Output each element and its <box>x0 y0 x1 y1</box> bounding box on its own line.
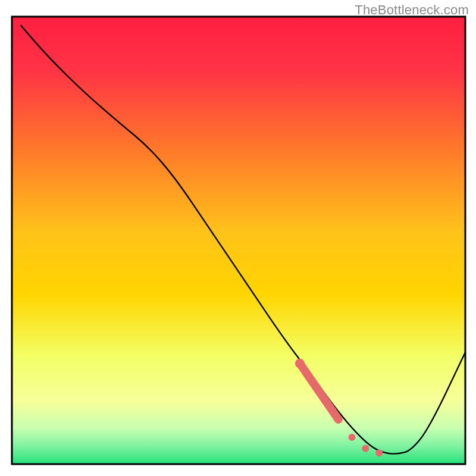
chart-canvas <box>0 0 476 476</box>
chart-background <box>12 17 465 464</box>
highlight-dot <box>349 434 356 441</box>
highlight-dot <box>295 359 305 368</box>
watermark-text: TheBottleneck.com <box>355 2 469 18</box>
highlight-dot <box>375 449 383 456</box>
highlight-dot <box>362 445 369 452</box>
highlight-dot <box>334 415 343 424</box>
bottleneck-chart: TheBottleneck.com <box>0 0 476 476</box>
